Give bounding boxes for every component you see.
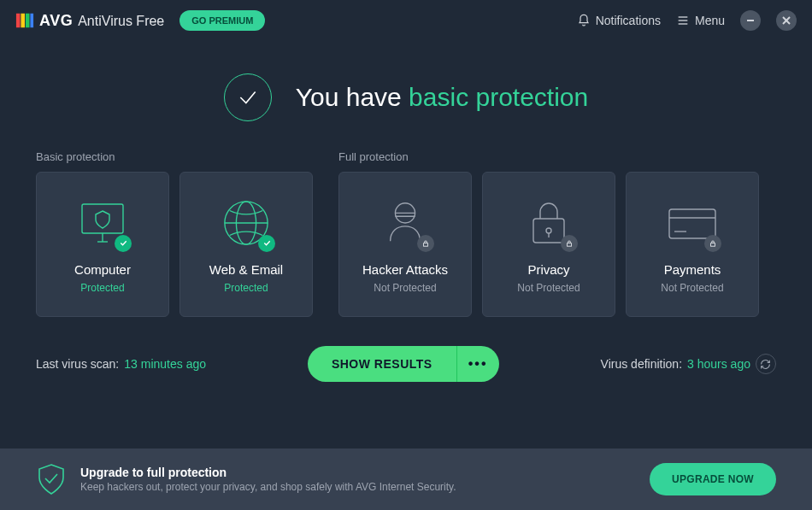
card-hacker-attacks[interactable]: Hacker Attacks Not Protected (338, 172, 472, 317)
svg-rect-1 (21, 14, 25, 28)
notifications-button[interactable]: Notifications (577, 14, 661, 27)
card-payments-title: Payments (664, 262, 721, 277)
card-privacy-status: Not Protected (517, 282, 580, 294)
show-results-button[interactable]: SHOW RESULTS (308, 346, 456, 382)
basic-section-label: Basic protection (36, 150, 313, 163)
check-icon (237, 86, 259, 108)
minimize-button[interactable] (740, 10, 761, 31)
shield-check-icon (36, 462, 67, 496)
go-premium-button[interactable]: GO PREMIUM (179, 10, 265, 31)
close-icon (782, 16, 791, 25)
last-scan-label: Last virus scan: (36, 357, 119, 371)
card-privacy-title: Privacy (527, 262, 569, 277)
lock-badge-icon (561, 235, 578, 252)
card-computer-title: Computer (74, 262, 131, 277)
logo-product: AntiVirus Free (78, 14, 164, 29)
svg-rect-17 (424, 243, 428, 246)
avg-logo-icon (15, 11, 34, 30)
card-payments-status: Not Protected (661, 282, 723, 294)
svg-rect-10 (82, 204, 123, 233)
refresh-icon (760, 359, 771, 370)
definition-value: 3 hours ago (687, 357, 750, 371)
svg-rect-3 (30, 14, 33, 28)
status-title: You have basic protection (296, 83, 588, 112)
last-scan-value: 13 minutes ago (124, 357, 206, 371)
svg-rect-0 (16, 14, 21, 28)
full-protection-section: Full protection Hacker Attacks Not Prote… (338, 150, 759, 317)
status-prefix: You have (296, 83, 409, 111)
card-web-email-title: Web & Email (209, 262, 283, 277)
results-button-group: SHOW RESULTS ••• (308, 346, 499, 382)
status-highlight: basic protection (409, 83, 588, 111)
check-badge-icon (258, 235, 275, 252)
svg-rect-2 (26, 14, 30, 28)
app-logo: AVG AntiVirus Free (15, 11, 164, 30)
card-privacy[interactable]: Privacy Not Protected (482, 172, 615, 317)
globe-icon (219, 196, 274, 250)
menu-label: Menu (695, 14, 725, 27)
last-scan-info: Last virus scan: 13 minutes ago (36, 357, 206, 371)
svg-point-19 (546, 228, 551, 233)
svg-rect-21 (568, 243, 572, 246)
svg-rect-22 (669, 209, 715, 238)
card-web-email[interactable]: Web & Email Protected (179, 172, 313, 317)
credit-card-icon (665, 196, 720, 250)
upgrade-now-button[interactable]: UPGRADE NOW (650, 463, 776, 495)
menu-button[interactable]: Menu (676, 14, 725, 27)
hamburger-icon (676, 14, 690, 27)
svg-rect-25 (711, 243, 715, 246)
card-hacker-status: Not Protected (374, 282, 436, 294)
logo-brand: AVG (39, 12, 73, 30)
hacker-icon (378, 196, 432, 250)
card-payments[interactable]: Payments Not Protected (626, 172, 759, 317)
notifications-label: Notifications (596, 14, 661, 27)
lock-badge-icon (417, 235, 434, 252)
close-button[interactable] (776, 10, 797, 31)
status-check-ring (224, 73, 272, 121)
lock-badge-icon (704, 235, 721, 252)
full-section-label: Full protection (338, 150, 759, 163)
protection-sections: Basic protection Computer Protected (0, 150, 812, 317)
definition-label: Virus definition: (601, 357, 682, 371)
computer-icon (75, 196, 130, 250)
more-options-button[interactable]: ••• (456, 346, 499, 382)
minimize-icon (746, 16, 755, 25)
card-computer-status: Protected (80, 282, 124, 294)
basic-protection-section: Basic protection Computer Protected (36, 150, 313, 317)
virus-definition-info: Virus definition: 3 hours ago (601, 354, 776, 374)
refresh-definitions-button[interactable] (756, 354, 776, 374)
privacy-lock-icon (521, 196, 576, 250)
card-hacker-title: Hacker Attacks (362, 262, 448, 277)
upgrade-title: Upgrade to full protection (80, 466, 636, 479)
check-badge-icon (115, 235, 132, 252)
card-computer[interactable]: Computer Protected (36, 172, 169, 317)
card-web-email-status: Protected (224, 282, 268, 294)
upgrade-banner: Upgrade to full protection Keep hackers … (0, 448, 812, 510)
bell-icon (577, 14, 591, 27)
footer-row: Last virus scan: 13 minutes ago SHOW RES… (0, 317, 812, 404)
status-hero: You have basic protection (0, 41, 812, 150)
svg-rect-18 (533, 219, 564, 243)
top-header: AVG AntiVirus Free GO PREMIUM Notificati… (0, 0, 812, 41)
upgrade-description: Keep hackers out, protect your privacy, … (80, 481, 636, 493)
